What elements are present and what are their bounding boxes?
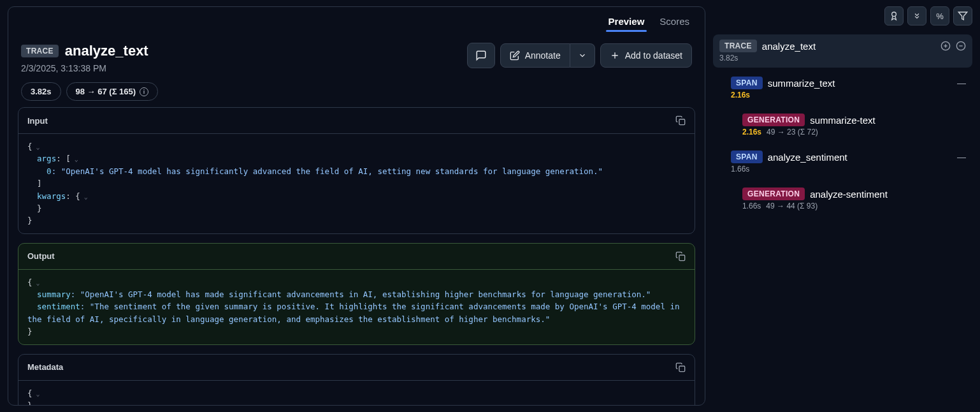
toolbar-row: % [713,6,972,26]
plus-icon [610,50,620,61]
filter-icon [958,11,968,21]
add-icon[interactable] [940,41,951,51]
gen-badge: GENERATION [742,188,805,200]
trace-badge: TRACE [719,40,757,52]
code-line: : "The sentiment of the given summary is… [27,302,684,323]
code-line: { [27,277,32,287]
metadata-title: Metadata [27,362,63,372]
code-line: sentiment [27,302,80,311]
trace-badge: TRACE [21,45,59,57]
pill-row: 3.82s 98 → 67 (Σ 165) i [21,82,158,101]
metadata-block: Metadata { ⌄ } [18,354,695,406]
title-row: TRACE analyze_text [21,43,158,59]
tree-gen2-tokens: 49 → 44 (Σ 93) [766,202,818,210]
tree-gen1-dur: 2.16s [742,128,761,136]
collapse-icon[interactable]: — [957,78,966,88]
svg-rect-4 [679,366,685,372]
header-section: TRACE analyze_text 2/3/2025, 3:13:38 PM … [8,36,705,106]
code-line: ] [27,179,42,188]
span-badge: SPAN [731,77,763,89]
tool-button-1[interactable] [884,6,904,26]
tree-gen-1[interactable]: GENERATION summarize-text 2.16s 49 → 23 … [736,108,972,142]
annotate-group: Annotate [500,43,595,68]
timestamp: 2/3/2025, 3:13:38 PM [21,63,158,73]
remove-icon[interactable] [956,41,966,51]
annotate-label: Annotate [525,50,561,61]
copy-button-input[interactable] [675,115,686,126]
tool-button-2[interactable] [907,6,926,26]
code-line: : "OpenAI's GPT-4 model has made signifi… [71,290,651,299]
tree-span1-dur: 2.16s [731,91,750,99]
annotate-button[interactable]: Annotate [500,43,570,68]
edit-icon [510,50,520,61]
output-code: { ⌄ summary: "OpenAI's GPT-4 model has m… [18,270,695,344]
comment-button[interactable] [467,43,495,68]
info-icon[interactable]: i [140,87,148,96]
code-line: 0 [27,166,52,176]
tokens-text: 98 → 67 (Σ 165) [76,87,136,96]
gen-badge: GENERATION [742,114,805,126]
tab-scores[interactable]: Scores [652,7,697,36]
code-line: args [27,154,56,163]
tree-gen1-name: summarize-text [810,115,876,126]
tool-button-filter[interactable] [953,6,972,26]
medal-icon [889,11,899,21]
annotate-dropdown[interactable] [570,43,595,68]
tree-span2-dur: 1.66s [731,165,749,173]
copy-button-metadata[interactable] [675,362,686,372]
code-line: } [27,401,32,406]
svg-marker-6 [958,12,967,20]
code-line: } [27,216,32,225]
code-line: : [ [56,154,71,163]
input-code: { ⌄ args: [ ⌄ 0: "OpenAI's GPT-4 model h… [18,134,695,233]
code-line: { [27,388,32,398]
output-block: Output { ⌄ summary: "OpenAI's GPT-4 mode… [18,243,695,345]
metadata-header: Metadata [18,355,695,381]
collapse-icon[interactable]: — [957,152,966,162]
copy-icon [675,251,686,261]
actions-row: Annotate Add to dataset [467,43,692,68]
caret-icon[interactable]: ⌄ [80,193,88,200]
svg-rect-2 [679,119,685,125]
tree-root[interactable]: TRACE analyze_text 3.82s [713,34,972,68]
caret-icon[interactable]: ⌄ [32,390,40,397]
add-dataset-label: Add to dataset [625,50,682,61]
page-title: analyze_text [65,43,148,59]
copy-button-output[interactable] [675,251,686,261]
code-line: summary [27,290,71,299]
tree-gen-2[interactable]: GENERATION analyze-sentiment 1.66s 49 → … [736,182,972,216]
main-panel: Preview Scores TRACE analyze_text 2/3/20… [8,6,705,406]
svg-rect-3 [679,255,685,261]
percent-label: % [936,11,944,21]
content-area: Input { ⌄ args: [ ⌄ 0: "OpenAI's GPT-4 m… [8,106,705,406]
caret-icon[interactable]: ⌄ [32,279,40,286]
tree-span1-name: summarize_text [768,78,835,89]
code-line: { [27,142,32,151]
chevron-down-icon [578,51,587,60]
input-block: Input { ⌄ args: [ ⌄ 0: "OpenAI's GPT-4 m… [18,107,695,234]
copy-icon [675,115,686,126]
add-dataset-button[interactable]: Add to dataset [600,43,692,68]
tree-gen2-dur: 1.66s [742,202,761,210]
tree-span2-name: analyze_sentiment [768,152,847,163]
tree-gen1-tokens: 49 → 23 (Σ 72) [767,128,818,136]
tree-span-2[interactable]: SPAN analyze_sentiment 1.66s — [724,145,972,179]
side-panel: % TRACE analyze_text 3.82s SPAN summariz… [705,0,980,412]
tool-button-percent[interactable]: % [930,6,949,26]
output-header: Output [18,244,695,270]
code-line: } [27,203,42,213]
tab-preview[interactable]: Preview [601,7,652,36]
code-line: } [27,327,32,336]
code-line: : { [66,191,80,201]
duration-pill: 3.82s [21,82,61,101]
tree-gen2-name: analyze-sentiment [810,189,888,200]
expand-icon [912,11,921,20]
input-header: Input [18,108,695,134]
caret-icon[interactable]: ⌄ [32,143,40,151]
comment-icon [475,50,487,61]
caret-icon[interactable]: ⌄ [71,156,78,163]
tokens-pill: 98 → 67 (Σ 165) i [66,82,159,101]
span-badge: SPAN [731,151,763,163]
tabs-row: Preview Scores [8,7,705,36]
tree-span-1[interactable]: SPAN summarize_text 2.16s — [724,71,972,105]
